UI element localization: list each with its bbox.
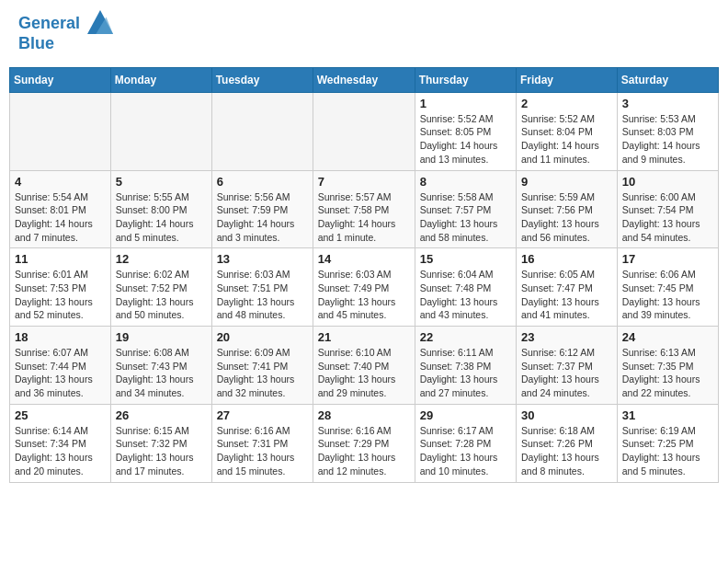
day-info: Sunrise: 6:05 AMSunset: 7:47 PMDaylight:… — [521, 268, 612, 322]
day-number: 2 — [521, 97, 612, 110]
day-info: Sunrise: 5:52 AMSunset: 8:04 PMDaylight:… — [521, 112, 612, 167]
calendar-week-row: 11Sunrise: 6:01 AMSunset: 7:53 PMDayligh… — [10, 248, 719, 327]
calendar-cell: 6Sunrise: 5:56 AMSunset: 7:59 PMDaylight… — [211, 170, 313, 248]
weekday-header-thursday: Thursday — [415, 67, 516, 92]
day-number: 25 — [15, 408, 106, 422]
calendar-cell: 8Sunrise: 5:58 AMSunset: 7:57 PMDaylight… — [415, 170, 516, 248]
calendar-week-row: 4Sunrise: 5:54 AMSunset: 8:01 PMDaylight… — [10, 170, 719, 248]
day-info: Sunrise: 5:52 AMSunset: 8:05 PMDaylight:… — [420, 112, 511, 167]
day-number: 31 — [622, 408, 713, 422]
calendar-cell: 25Sunrise: 6:14 AMSunset: 7:34 PMDayligh… — [10, 404, 111, 482]
day-number: 27 — [217, 408, 308, 422]
calendar-cell: 19Sunrise: 6:08 AMSunset: 7:43 PMDayligh… — [110, 327, 211, 405]
calendar-cell: 3Sunrise: 5:53 AMSunset: 8:03 PMDaylight… — [617, 92, 718, 170]
day-info: Sunrise: 6:18 AMSunset: 7:26 PMDaylight:… — [521, 424, 612, 478]
day-number: 13 — [217, 252, 308, 266]
day-number: 9 — [521, 175, 612, 189]
day-number: 15 — [420, 252, 511, 266]
weekday-header-friday: Friday — [517, 67, 618, 92]
day-info: Sunrise: 6:07 AMSunset: 7:44 PMDaylight:… — [15, 346, 106, 400]
day-info: Sunrise: 6:14 AMSunset: 7:34 PMDaylight:… — [15, 424, 106, 478]
logo-text: General Blue — [18, 14, 113, 53]
day-number: 12 — [116, 252, 207, 266]
day-info: Sunrise: 6:16 AMSunset: 7:31 PMDaylight:… — [217, 424, 308, 478]
day-number: 23 — [521, 330, 612, 344]
calendar-cell: 10Sunrise: 6:00 AMSunset: 7:54 PMDayligh… — [617, 170, 718, 248]
day-number: 7 — [318, 175, 410, 189]
day-info: Sunrise: 6:00 AMSunset: 7:54 PMDaylight:… — [622, 190, 713, 245]
day-info: Sunrise: 6:17 AMSunset: 7:28 PMDaylight:… — [420, 424, 511, 478]
calendar-cell: 4Sunrise: 5:54 AMSunset: 8:01 PMDaylight… — [10, 170, 111, 248]
day-info: Sunrise: 6:13 AMSunset: 7:35 PMDaylight:… — [622, 346, 713, 400]
calendar-cell: 20Sunrise: 6:09 AMSunset: 7:41 PMDayligh… — [211, 327, 313, 405]
day-number: 30 — [521, 408, 612, 422]
day-number: 26 — [116, 408, 207, 422]
calendar-cell: 30Sunrise: 6:18 AMSunset: 7:26 PMDayligh… — [517, 404, 618, 482]
day-number: 17 — [622, 252, 713, 266]
day-number: 29 — [420, 408, 511, 422]
calendar-cell: 5Sunrise: 5:55 AMSunset: 8:00 PMDaylight… — [110, 170, 211, 248]
day-info: Sunrise: 5:58 AMSunset: 7:57 PMDaylight:… — [420, 190, 511, 245]
calendar-cell: 1Sunrise: 5:52 AMSunset: 8:05 PMDaylight… — [415, 92, 516, 170]
calendar-table: SundayMondayTuesdayWednesdayThursdayFrid… — [9, 67, 719, 483]
calendar-cell: 17Sunrise: 6:06 AMSunset: 7:45 PMDayligh… — [617, 248, 718, 327]
day-number: 28 — [318, 408, 410, 422]
calendar-cell — [313, 92, 415, 170]
calendar-cell: 28Sunrise: 6:16 AMSunset: 7:29 PMDayligh… — [313, 404, 415, 482]
calendar-cell: 13Sunrise: 6:03 AMSunset: 7:51 PMDayligh… — [211, 248, 313, 327]
weekday-header-wednesday: Wednesday — [313, 67, 415, 92]
calendar-cell: 18Sunrise: 6:07 AMSunset: 7:44 PMDayligh… — [10, 327, 111, 405]
calendar-cell: 22Sunrise: 6:11 AMSunset: 7:38 PMDayligh… — [415, 327, 516, 405]
day-number: 3 — [622, 97, 713, 110]
calendar-cell: 9Sunrise: 5:59 AMSunset: 7:56 PMDaylight… — [517, 170, 618, 248]
day-info: Sunrise: 5:59 AMSunset: 7:56 PMDaylight:… — [521, 190, 612, 245]
weekday-header-row: SundayMondayTuesdayWednesdayThursdayFrid… — [10, 67, 719, 92]
day-info: Sunrise: 6:15 AMSunset: 7:32 PMDaylight:… — [116, 424, 207, 478]
day-info: Sunrise: 5:57 AMSunset: 7:58 PMDaylight:… — [318, 190, 410, 245]
day-number: 21 — [318, 330, 410, 344]
calendar-cell: 15Sunrise: 6:04 AMSunset: 7:48 PMDayligh… — [415, 248, 516, 327]
weekday-header-saturday: Saturday — [617, 67, 718, 92]
calendar-cell: 23Sunrise: 6:12 AMSunset: 7:37 PMDayligh… — [517, 327, 618, 405]
day-info: Sunrise: 6:08 AMSunset: 7:43 PMDaylight:… — [116, 346, 207, 400]
day-info: Sunrise: 5:53 AMSunset: 8:03 PMDaylight:… — [622, 112, 713, 167]
day-info: Sunrise: 6:01 AMSunset: 7:53 PMDaylight:… — [15, 268, 106, 322]
calendar-cell: 11Sunrise: 6:01 AMSunset: 7:53 PMDayligh… — [10, 248, 111, 327]
day-info: Sunrise: 6:06 AMSunset: 7:45 PMDaylight:… — [622, 268, 713, 322]
calendar-cell: 21Sunrise: 6:10 AMSunset: 7:40 PMDayligh… — [313, 327, 415, 405]
day-number: 18 — [15, 330, 106, 344]
day-info: Sunrise: 5:56 AMSunset: 7:59 PMDaylight:… — [217, 190, 308, 245]
day-number: 4 — [15, 175, 106, 189]
day-info: Sunrise: 6:11 AMSunset: 7:38 PMDaylight:… — [420, 346, 511, 400]
day-number: 19 — [116, 330, 207, 344]
day-number: 8 — [420, 175, 511, 189]
day-info: Sunrise: 6:04 AMSunset: 7:48 PMDaylight:… — [420, 268, 511, 322]
day-number: 1 — [420, 97, 511, 110]
day-number: 5 — [116, 175, 207, 189]
day-info: Sunrise: 6:16 AMSunset: 7:29 PMDaylight:… — [318, 424, 410, 478]
day-info: Sunrise: 6:19 AMSunset: 7:25 PMDaylight:… — [622, 424, 713, 478]
day-info: Sunrise: 6:09 AMSunset: 7:41 PMDaylight:… — [217, 346, 308, 400]
calendar-cell: 16Sunrise: 6:05 AMSunset: 7:47 PMDayligh… — [517, 248, 618, 327]
day-number: 14 — [318, 252, 410, 266]
calendar-cell: 26Sunrise: 6:15 AMSunset: 7:32 PMDayligh… — [110, 404, 211, 482]
calendar-week-row: 18Sunrise: 6:07 AMSunset: 7:44 PMDayligh… — [10, 327, 719, 405]
calendar-cell — [10, 92, 111, 170]
calendar-cell: 24Sunrise: 6:13 AMSunset: 7:35 PMDayligh… — [617, 327, 718, 405]
calendar-cell — [110, 92, 211, 170]
logo: General Blue — [18, 14, 113, 53]
day-number: 11 — [15, 252, 106, 266]
calendar-cell: 7Sunrise: 5:57 AMSunset: 7:58 PMDaylight… — [313, 170, 415, 248]
weekday-header-tuesday: Tuesday — [211, 67, 313, 92]
calendar-cell: 31Sunrise: 6:19 AMSunset: 7:25 PMDayligh… — [617, 404, 718, 482]
day-info: Sunrise: 6:10 AMSunset: 7:40 PMDaylight:… — [318, 346, 410, 400]
calendar-cell: 12Sunrise: 6:02 AMSunset: 7:52 PMDayligh… — [110, 248, 211, 327]
page-header: General Blue — [9, 9, 719, 58]
day-info: Sunrise: 6:12 AMSunset: 7:37 PMDaylight:… — [521, 346, 612, 400]
weekday-header-monday: Monday — [110, 67, 211, 92]
day-info: Sunrise: 5:54 AMSunset: 8:01 PMDaylight:… — [15, 190, 106, 245]
calendar-cell: 29Sunrise: 6:17 AMSunset: 7:28 PMDayligh… — [415, 404, 516, 482]
calendar-week-row: 25Sunrise: 6:14 AMSunset: 7:34 PMDayligh… — [10, 404, 719, 482]
calendar-cell: 14Sunrise: 6:03 AMSunset: 7:49 PMDayligh… — [313, 248, 415, 327]
day-info: Sunrise: 6:02 AMSunset: 7:52 PMDaylight:… — [116, 268, 207, 322]
